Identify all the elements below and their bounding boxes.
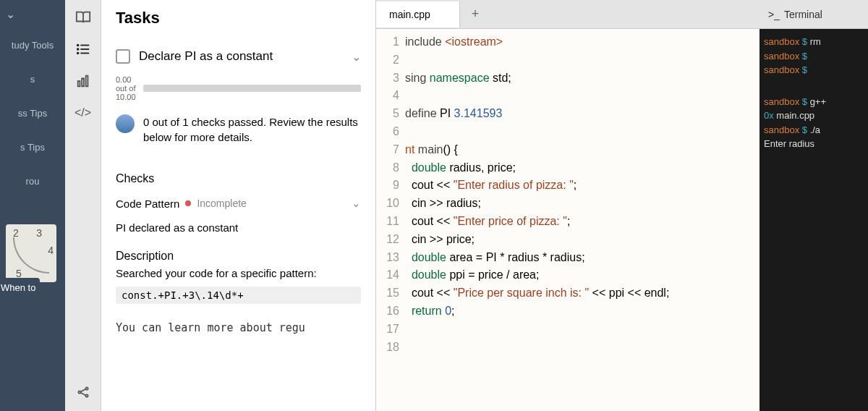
nav-spiral-thumb[interactable]: 23 45 When to: [0, 213, 65, 294]
svg-rect-7: [82, 78, 84, 86]
result-row: 0 out of 1 checks passed. Review the res…: [113, 107, 364, 152]
check-pi-line: PI declared as a constant: [101, 216, 375, 240]
task-title: Declare PI as a constant: [139, 49, 273, 64]
progress-total: 10.00: [116, 93, 136, 101]
icon-rail: </>: [65, 0, 101, 411]
when-to-badge: When to: [0, 278, 40, 297]
learn-more-text: You can learn more about regu: [101, 307, 375, 349]
regex-pattern: const.+PI.+3\.14\d*+: [116, 287, 361, 304]
terminal-prompt-icon: >_: [768, 9, 780, 20]
result-text: 0 out of 1 checks passed. Review the res…: [143, 114, 361, 145]
task-card: Declare PI as a constant ⌄ 0.00 out of 1…: [101, 36, 375, 159]
svg-point-9: [78, 391, 80, 393]
svg-point-11: [85, 394, 88, 397]
task-title-row[interactable]: Declare PI as a constant ⌄: [113, 43, 364, 69]
description-heading: Description: [101, 240, 375, 267]
tab-bar: main.cpp +: [376, 0, 760, 29]
robot-icon: [116, 114, 135, 133]
svg-point-4: [77, 48, 78, 50]
svg-rect-8: [85, 76, 88, 87]
tasks-panel: Tasks Declare PI as a constant ⌄ 0.00 ou…: [101, 0, 376, 411]
nav-item-rou[interactable]: rou: [0, 164, 65, 198]
chevron-down-icon[interactable]: ⌄: [6, 7, 15, 21]
book-icon[interactable]: [75, 9, 92, 26]
svg-rect-6: [77, 81, 80, 86]
svg-line-12: [80, 389, 85, 391]
status-dot-icon: [185, 200, 191, 206]
check-pi-text: PI declared as a constant: [116, 221, 238, 234]
code-icon[interactable]: </>: [75, 104, 92, 122]
line-gutter: 123456789101112131415161718: [376, 29, 405, 411]
nav-item-s-tips[interactable]: s Tips: [0, 130, 65, 164]
nav-study-tools[interactable]: tudy Tools: [0, 28, 65, 62]
chevron-down-icon[interactable]: ⌄: [352, 50, 361, 64]
terminal-header[interactable]: >_ Terminal: [760, 0, 868, 29]
tab-add-button[interactable]: +: [460, 0, 491, 29]
tasks-header: Tasks: [101, 0, 375, 36]
left-nav: ⌄ tudy Tools s ss Tips s Tips rou 23 45 …: [0, 0, 65, 411]
description-text: Searched your code for a specific patter…: [101, 267, 375, 284]
svg-line-13: [80, 393, 85, 395]
code-editor[interactable]: 123456789101112131415161718 include <ios…: [376, 29, 760, 411]
code-lines[interactable]: include <iostream> sing namespace std; d…: [405, 29, 669, 411]
terminal-panel: >_ Terminal sandbox $ rmsandbox $ sandbo…: [760, 0, 868, 411]
check-item[interactable]: Code Pattern Incomplete ⌄: [101, 191, 375, 216]
terminal-body[interactable]: sandbox $ rmsandbox $ sandbox $ sandbox …: [760, 29, 868, 157]
share-icon[interactable]: [75, 384, 92, 401]
progress-bar: [143, 85, 361, 92]
progress-row: 0.00 out of 10.00: [113, 69, 364, 107]
list-icon[interactable]: [75, 41, 92, 58]
tab-main-cpp[interactable]: main.cpp: [376, 1, 460, 27]
svg-point-3: [77, 45, 78, 46]
editor-area: main.cpp + 123456789101112131415161718 i…: [376, 0, 760, 411]
task-checkbox[interactable]: [116, 49, 130, 64]
svg-point-10: [85, 387, 88, 389]
chevron-down-icon[interactable]: ⌄: [352, 197, 361, 210]
check-status: Incomplete: [197, 198, 246, 209]
nav-item-s[interactable]: s: [0, 62, 65, 96]
check-label: Code Pattern: [116, 198, 179, 210]
chart-icon[interactable]: [75, 72, 92, 90]
terminal-title: Terminal: [784, 9, 822, 20]
progress-outof: out of: [116, 84, 136, 93]
svg-point-5: [77, 53, 78, 54]
progress-score: 0.00: [116, 75, 136, 84]
nav-item-ss-tips[interactable]: ss Tips: [0, 96, 65, 130]
checks-heading: Checks: [101, 159, 375, 191]
nav-top-controls: ⌄: [0, 0, 65, 28]
